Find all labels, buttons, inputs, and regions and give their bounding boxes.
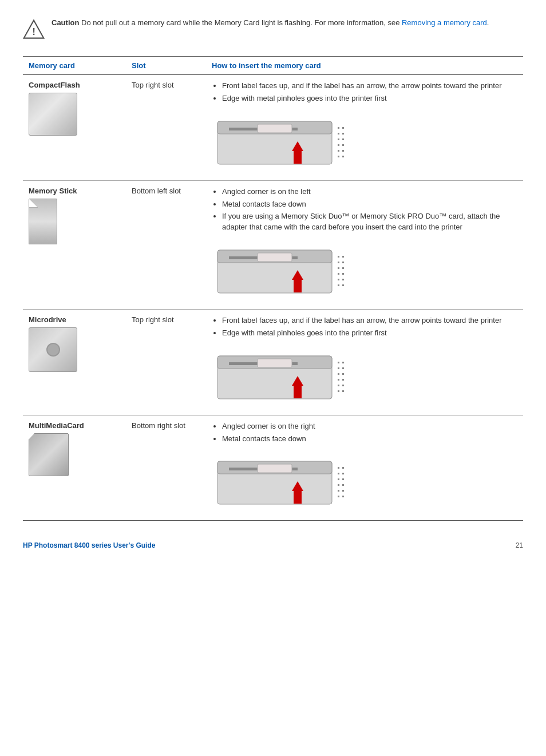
how-cell-1: Angled corner is on the leftMetal contac… [206,180,523,309]
svg-rect-17 [342,144,344,146]
svg-rect-52 [342,373,344,375]
printer-diagram-0 [212,110,366,173]
svg-rect-9 [338,133,339,134]
svg-rect-68 [342,467,344,469]
table-row: CompactFlashTop right slotFront label fa… [23,75,523,181]
svg-rect-49 [338,390,339,392]
svg-rect-8 [338,127,339,129]
svg-rect-50 [342,362,344,363]
svg-rect-5 [258,124,292,133]
slot-cell-0: Top right slot [126,75,206,181]
svg-rect-26 [338,256,339,258]
svg-rect-67 [338,496,339,497]
card-name-0: CompactFlash [29,81,120,89]
table-row: Memory StickBottom left slotAngled corne… [23,180,523,309]
svg-rect-45 [338,367,339,369]
svg-rect-36 [342,279,344,280]
svg-rect-37 [342,284,344,286]
instruction-item-2-0: Front label faces up, and if the label h… [222,315,517,326]
svg-rect-59 [258,464,292,473]
svg-rect-19 [342,156,344,157]
svg-rect-30 [338,279,339,280]
memory-card-table: Memory card Slot How to insert the memor… [23,56,523,521]
svg-text:!: ! [32,26,35,37]
svg-rect-44 [338,362,339,363]
caution-link[interactable]: Removing a memory card [402,18,487,27]
printer-diagram-1 [212,239,366,302]
svg-rect-63 [338,473,339,474]
page-footer: HP Photosmart 8400 series User's Guide 2… [23,538,523,549]
instruction-item-1-0: Angled corner is on the left [222,187,517,197]
how-cell-2: Front label faces up, and if the label h… [206,310,523,415]
svg-rect-69 [342,473,344,474]
printer-diagram-3 [212,450,366,513]
instruction-item-3-0: Angled corner is on the right [222,421,517,432]
table-row: MicrodriveTop right slotFront label face… [23,310,523,415]
svg-rect-46 [338,373,339,375]
page-number: 21 [516,541,523,549]
card-image-1 [29,199,57,244]
instruction-item-3-1: Metal contacts face down [222,434,517,445]
card-cell-2: Microdrive [23,310,126,415]
svg-rect-70 [342,478,344,480]
svg-rect-27 [338,262,339,263]
svg-rect-71 [342,484,344,486]
caution-text: Caution Do not pull out a memory card wh… [52,17,489,29]
caution-box: ! Caution Do not pull out a memory card … [23,17,523,46]
svg-rect-31 [338,284,339,286]
svg-rect-54 [342,385,344,386]
how-cell-3: Angled corner is on the rightMetal conta… [206,415,523,521]
card-name-2: Microdrive [29,315,120,324]
col-header-how: How to insert the memory card [206,57,523,75]
caution-triangle-icon: ! [23,18,45,40]
svg-rect-66 [338,490,339,492]
svg-rect-65 [338,484,339,486]
svg-rect-51 [342,367,344,369]
instruction-item-1-2: If you are using a Memory Stick Duo™ or … [222,211,517,233]
card-cell-1: Memory Stick [23,180,126,309]
card-image-2 [29,327,77,372]
instruction-item-2-1: Edge with metal pinholes goes into the p… [222,328,517,339]
instruction-item-1-1: Metal contacts face down [222,199,517,210]
svg-rect-16 [342,138,344,140]
svg-rect-29 [338,273,339,275]
svg-rect-32 [342,256,344,258]
svg-rect-7 [294,151,302,164]
svg-rect-13 [338,156,339,157]
svg-rect-34 [342,267,344,269]
svg-rect-25 [294,280,302,292]
svg-rect-47 [338,379,339,381]
svg-rect-73 [342,496,344,497]
svg-rect-12 [338,150,339,152]
svg-rect-61 [294,491,302,504]
card-cell-0: CompactFlash [23,75,126,181]
svg-rect-18 [342,150,344,152]
svg-rect-35 [342,273,344,275]
svg-rect-23 [258,253,292,262]
svg-rect-15 [342,133,344,134]
card-name-3: MultiMediaCard [29,421,120,430]
svg-rect-55 [342,390,344,392]
slot-cell-2: Top right slot [126,310,206,415]
slot-cell-3: Bottom right slot [126,415,206,521]
printer-diagram-2 [212,345,366,407]
svg-rect-11 [338,144,339,146]
svg-rect-14 [342,127,344,129]
card-image-0 [29,93,77,136]
instructions-1: Angled corner is on the leftMetal contac… [212,187,517,303]
instruction-item-0-0: Front label faces up, and if the label h… [222,81,517,92]
instructions-0: Front label faces up, and if the label h… [212,81,517,175]
table-row: MultiMediaCardBottom right slotAngled co… [23,415,523,521]
how-cell-0: Front label faces up, and if the label h… [206,75,523,181]
svg-rect-41 [258,359,292,367]
col-header-card: Memory card [23,57,126,75]
instructions-3: Angled corner is on the rightMetal conta… [212,421,517,515]
col-header-slot: Slot [126,57,206,75]
instructions-2: Front label faces up, and if the label h… [212,315,517,409]
svg-rect-48 [338,385,339,386]
caution-body: Do not pull out a memory card while the … [81,18,402,27]
svg-rect-72 [342,490,344,492]
card-image-3 [29,433,69,476]
svg-rect-10 [338,138,339,140]
instruction-item-0-1: Edge with metal pinholes goes into the p… [222,93,517,104]
